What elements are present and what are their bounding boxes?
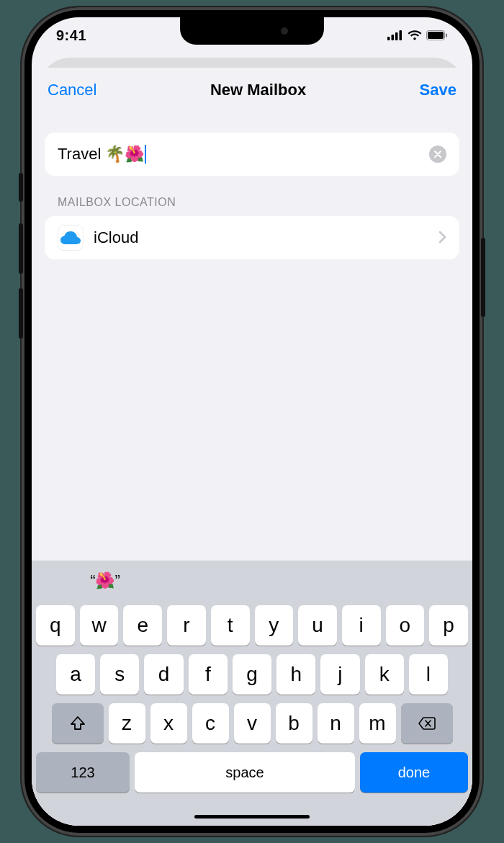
backspace-icon (418, 716, 436, 731)
modal-sheet: Cancel New Mailbox Save Travel 🌴🌺 MAILBO… (32, 68, 472, 826)
backspace-key[interactable] (401, 703, 453, 744)
mailbox-name-value: Travel 🌴🌺 (58, 145, 144, 164)
key-r[interactable]: r (167, 605, 206, 646)
done-key[interactable]: done (360, 752, 468, 793)
svg-rect-0 (387, 37, 390, 40)
content: Travel 🌴🌺 MAILBOX LOCATION iCloud (32, 108, 472, 259)
screen: 9:41 Cancel New Mailbox Save Travel 🌴🌺 (32, 17, 472, 826)
keyboard-row-3: z x c v b n m (36, 703, 468, 744)
mailbox-location-header: MAILBOX LOCATION (45, 176, 459, 216)
key-t[interactable]: t (211, 605, 250, 646)
key-w[interactable]: w (80, 605, 119, 646)
key-f[interactable]: f (189, 654, 228, 695)
keyboard-rows: q w e r t y u i o p a s d (32, 601, 472, 793)
shift-key[interactable] (52, 703, 104, 744)
chevron-right-icon (439, 230, 446, 246)
key-b[interactable]: b (276, 703, 312, 744)
volume-up (19, 223, 23, 274)
svg-rect-3 (400, 30, 402, 40)
svg-rect-1 (392, 35, 395, 40)
svg-rect-5 (428, 32, 444, 39)
phone-frame: 9:41 Cancel New Mailbox Save Travel 🌴🌺 (22, 7, 482, 836)
page-title: New Mailbox (210, 81, 306, 99)
key-j[interactable]: j (320, 654, 359, 695)
shift-icon (70, 715, 86, 731)
keyboard-row-2: a s d f g h j k l (36, 654, 468, 695)
key-q[interactable]: q (36, 605, 75, 646)
key-c[interactable]: c (192, 703, 229, 744)
key-d[interactable]: d (144, 654, 183, 695)
key-a[interactable]: a (56, 654, 95, 695)
keyboard-row-4: 123 space done (36, 752, 468, 793)
key-v[interactable]: v (234, 703, 271, 744)
key-x[interactable]: x (150, 703, 187, 744)
key-i[interactable]: i (342, 605, 381, 646)
nav-bar: Cancel New Mailbox Save (32, 68, 472, 108)
key-s[interactable]: s (100, 654, 139, 695)
svg-rect-2 (395, 32, 398, 40)
key-o[interactable]: o (386, 605, 425, 646)
mailbox-name-field[interactable]: Travel 🌴🌺 (45, 133, 459, 176)
cellular-icon (387, 30, 403, 40)
mailbox-location-label: iCloud (94, 228, 429, 247)
clear-text-button[interactable] (429, 146, 446, 163)
icloud-icon (58, 225, 84, 251)
prediction-bar: “🌺” (32, 561, 472, 601)
key-u[interactable]: u (298, 605, 337, 646)
volume-down (19, 288, 23, 339)
text-cursor (145, 145, 146, 164)
home-indicator[interactable] (194, 815, 310, 819)
status-time: 9:41 (56, 27, 86, 44)
mailbox-name-input[interactable]: Travel 🌴🌺 (58, 145, 429, 164)
battery-icon (426, 30, 448, 40)
key-e[interactable]: e (123, 605, 162, 646)
key-k[interactable]: k (365, 654, 404, 695)
wifi-icon (408, 30, 422, 40)
space-key[interactable]: space (135, 752, 355, 793)
key-n[interactable]: n (318, 703, 354, 744)
key-l[interactable]: l (409, 654, 448, 695)
status-icons (387, 30, 448, 40)
keyboard-row-1: q w e r t y u i o p (36, 605, 468, 646)
svg-rect-6 (446, 34, 447, 37)
save-button[interactable]: Save (420, 81, 456, 99)
key-m[interactable]: m (359, 703, 396, 744)
notch (180, 17, 324, 45)
mailbox-location-row[interactable]: iCloud (45, 216, 459, 259)
keyboard: “🌺” q w e r t y u i o p (32, 561, 472, 826)
key-y[interactable]: y (255, 605, 294, 646)
key-g[interactable]: g (233, 654, 271, 695)
prediction-1[interactable]: “🌺” (32, 571, 179, 590)
mute-switch (19, 173, 23, 202)
cancel-button[interactable]: Cancel (48, 81, 96, 99)
key-p[interactable]: p (429, 605, 468, 646)
numbers-key[interactable]: 123 (36, 752, 130, 793)
key-z[interactable]: z (109, 703, 145, 744)
power-button (481, 238, 485, 317)
x-icon (434, 151, 441, 158)
key-h[interactable]: h (276, 654, 315, 695)
